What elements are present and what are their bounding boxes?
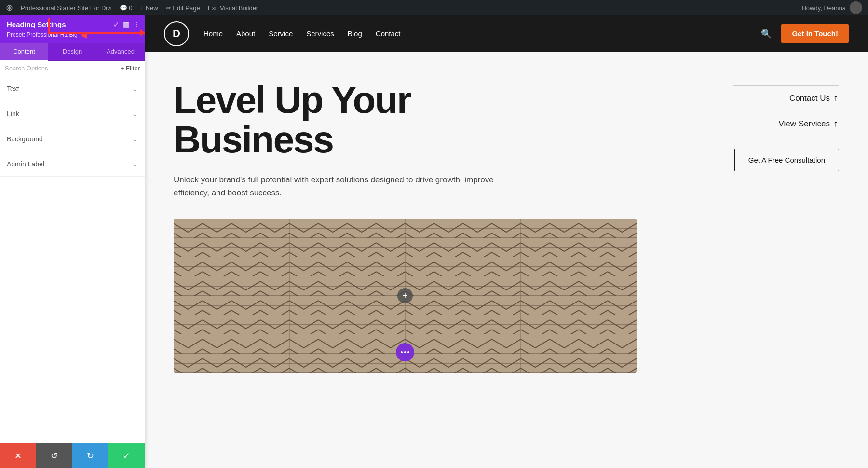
arrow-icon: ↗ [831,93,841,104]
tab-advanced[interactable]: Advanced [96,43,145,60]
panel-options: Text ⌄ Link ⌄ Background ⌄ Admin Label ⌄ [0,76,145,443]
option-admin-label[interactable]: Admin Label ⌄ [0,151,145,177]
edit-page-item[interactable]: ✏ Edit Page [166,4,200,12]
nav-contact[interactable]: Contact [376,29,401,38]
site-nav: D Home About Service Services Blog Conta… [145,15,868,52]
free-consultation-button[interactable]: Get A Free Consultation [734,149,839,171]
wp-logo-icon[interactable]: ⊛ [6,3,13,12]
nav-cta-button[interactable]: Get In Touch! [781,24,849,43]
arrow-indicator [48,32,145,34]
site-name[interactable]: Professional Starter Site For Divi [21,4,112,12]
option-link-label: Link [7,110,19,118]
howdy-section: Howdy, Deanna [801,1,862,14]
nav-service[interactable]: Service [269,29,293,38]
main-layout: Heading Settings Preset: Professional H1… [0,15,868,468]
hero-subtext: Unlock your brand's full potential with … [174,173,502,199]
option-background[interactable]: Background ⌄ [0,126,145,151]
contact-us-link[interactable]: Contact Us ↗ [733,85,839,111]
panel-tabs: Content Design Advanced [0,43,145,61]
dot-icon [404,351,406,353]
nav-home[interactable]: Home [203,29,223,38]
exit-builder-item[interactable]: Exit Visual Builder [208,4,258,12]
preset-arrow-icon: ◀ [81,29,87,40]
panel-bottom-bar: ✕ ↺ ↻ ✓ [0,443,145,468]
search-input[interactable] [5,65,117,72]
chevron-down-icon: ⌄ [132,159,138,168]
nav-services[interactable]: Services [306,29,334,38]
option-text-label: Text [7,85,19,93]
dot-icon [401,351,403,353]
comments-item[interactable]: 💬 0 [120,4,133,12]
expand-icon[interactable]: ⤢ [113,20,119,28]
admin-bar: ⊛ Professional Starter Site For Divi 💬 0… [0,0,868,15]
nav-blog[interactable]: Blog [348,29,362,38]
avatar [850,1,862,14]
panel-search: + Filter [0,61,145,76]
site-nav-links: Home About Service Services Blog Contact [203,29,761,38]
panel-preset: Preset: Professional H1 Big ◀ [7,29,138,40]
panel-header: Heading Settings Preset: Professional H1… [0,15,145,43]
save-button[interactable]: ✓ [108,443,145,468]
undo-button[interactable]: ↺ [36,443,72,468]
arrow-icon: ↗ [831,119,841,129]
hero-image: + [174,219,637,373]
hero-left: Level Up Your Business Unlock your brand… [174,81,714,199]
tab-content[interactable]: Content [0,43,48,61]
tab-design[interactable]: Design [48,43,96,60]
hero-heading: Level Up Your Business [174,81,714,160]
view-services-link[interactable]: View Services ↗ [733,111,839,137]
chevron-down-icon: ⌄ [132,134,138,143]
new-item[interactable]: + New [140,4,158,12]
more-icon[interactable]: ⋮ [133,20,140,28]
hero-image-section: + [145,219,868,402]
nav-about[interactable]: About [236,29,255,38]
chevron-down-icon: ⌄ [132,84,138,93]
hero-section: Level Up Your Business Unlock your brand… [145,52,868,219]
chevron-down-icon: ⌄ [132,109,138,118]
panel-header-actions: ⤢ ▥ ⋮ [113,20,140,28]
option-background-label: Background [7,135,43,143]
hero-right: Contact Us ↗ View Services ↗ Get A Free … [733,81,839,199]
module-options-button[interactable] [396,343,414,361]
filter-button[interactable]: + Filter [121,65,140,72]
option-admin-label-label: Admin Label [7,160,44,168]
columns-icon[interactable]: ▥ [123,20,129,28]
content-area: D Home About Service Services Blog Conta… [145,15,868,468]
redo-button[interactable]: ↻ [72,443,108,468]
search-icon[interactable]: 🔍 [761,28,772,39]
howdy-text: Howdy, Deanna [801,4,846,12]
option-link[interactable]: Link ⌄ [0,101,145,126]
add-module-button[interactable]: + [397,288,413,303]
site-logo: D [164,21,189,46]
dot-icon [407,351,409,353]
sidebar-panel: Heading Settings Preset: Professional H1… [0,15,145,468]
option-text[interactable]: Text ⌄ [0,76,145,101]
cancel-button[interactable]: ✕ [0,443,36,468]
